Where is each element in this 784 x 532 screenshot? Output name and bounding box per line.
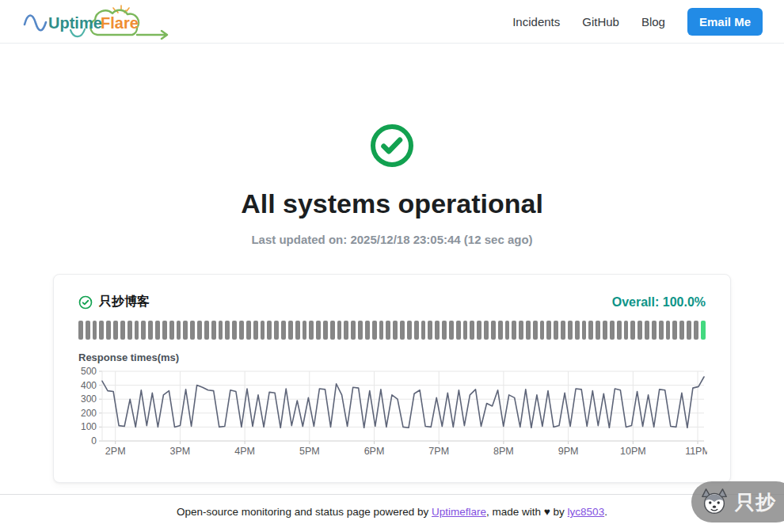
uptime-segment[interactable] bbox=[428, 321, 432, 340]
uptime-segment[interactable] bbox=[421, 321, 426, 340]
uptime-segment[interactable] bbox=[484, 321, 489, 340]
uptime-segment[interactable] bbox=[400, 321, 405, 340]
uptime-segment[interactable] bbox=[463, 321, 468, 340]
uptime-segment[interactable] bbox=[204, 321, 209, 340]
uptime-segment[interactable] bbox=[303, 321, 307, 340]
uptime-segment[interactable] bbox=[93, 321, 97, 340]
uptime-segment[interactable] bbox=[365, 321, 370, 340]
uptime-segment[interactable] bbox=[295, 321, 300, 340]
uptime-segment[interactable] bbox=[351, 321, 356, 340]
lyc8503-link[interactable]: lyc8503 bbox=[568, 506, 605, 518]
uptime-segment[interactable] bbox=[113, 321, 118, 340]
uptime-segment[interactable] bbox=[155, 321, 160, 340]
uptime-segment[interactable] bbox=[470, 321, 474, 340]
uptime-segment[interactable] bbox=[344, 321, 348, 340]
nav-github[interactable]: GitHub bbox=[582, 15, 619, 28]
uptime-segment[interactable] bbox=[449, 321, 454, 340]
nav-blog[interactable]: Blog bbox=[641, 15, 665, 28]
uptime-segment[interactable] bbox=[687, 321, 691, 340]
uptime-segment[interactable] bbox=[197, 321, 202, 340]
svg-text:11PM: 11PM bbox=[685, 446, 707, 457]
uptime-segment[interactable] bbox=[281, 321, 286, 340]
uptime-segment[interactable] bbox=[183, 321, 188, 340]
uptime-segment[interactable] bbox=[456, 321, 461, 340]
uptime-segment[interactable] bbox=[519, 321, 523, 340]
uptime-segment[interactable] bbox=[672, 321, 677, 340]
uptime-segment[interactable] bbox=[323, 321, 328, 340]
uptime-segment[interactable] bbox=[379, 321, 384, 340]
uptime-segment[interactable] bbox=[135, 321, 139, 340]
uptime-segment[interactable] bbox=[645, 321, 649, 340]
uptime-segment[interactable] bbox=[358, 321, 363, 340]
uptime-segment[interactable] bbox=[666, 321, 671, 340]
uptime-segment[interactable] bbox=[512, 321, 516, 340]
uptime-segment[interactable] bbox=[219, 321, 223, 340]
uptime-segment[interactable] bbox=[253, 321, 258, 340]
email-me-button[interactable]: Email Me bbox=[687, 8, 763, 36]
uptime-segment[interactable] bbox=[330, 321, 335, 340]
uptime-segment[interactable] bbox=[393, 321, 398, 340]
uptime-segment[interactable] bbox=[679, 321, 684, 340]
uptime-segment[interactable] bbox=[274, 321, 279, 340]
uptime-segment[interactable] bbox=[232, 321, 237, 340]
uptime-segment[interactable] bbox=[596, 321, 600, 340]
uptime-segment[interactable] bbox=[386, 321, 390, 340]
uptime-segment[interactable] bbox=[554, 321, 558, 340]
uptime-segment[interactable] bbox=[442, 321, 447, 340]
uptime-segment[interactable] bbox=[659, 321, 664, 340]
uptime-segment[interactable] bbox=[491, 321, 496, 340]
uptime-segment[interactable] bbox=[261, 321, 265, 340]
uptime-segment[interactable] bbox=[701, 321, 706, 340]
uptime-segment[interactable] bbox=[120, 321, 125, 340]
uptime-segment[interactable] bbox=[86, 321, 90, 340]
uptime-segment[interactable] bbox=[561, 321, 565, 340]
uptime-segment[interactable] bbox=[603, 321, 607, 340]
uptime-segment[interactable] bbox=[435, 321, 440, 340]
svg-text:2PM: 2PM bbox=[105, 446, 126, 457]
uptime-segment[interactable] bbox=[148, 321, 153, 340]
uptimeflare-logo[interactable]: Uptime Flare bbox=[21, 3, 177, 40]
uptime-segment[interactable] bbox=[575, 321, 580, 340]
uptime-segment[interactable] bbox=[694, 321, 698, 340]
uptime-segment[interactable] bbox=[588, 321, 593, 340]
uptime-segment[interactable] bbox=[246, 321, 251, 340]
uptime-segment[interactable] bbox=[141, 321, 146, 340]
uptime-segment[interactable] bbox=[610, 321, 615, 340]
uptime-segment[interactable] bbox=[99, 321, 104, 340]
uptime-segment[interactable] bbox=[372, 321, 377, 340]
uptime-segment[interactable] bbox=[288, 321, 293, 340]
uptime-segment[interactable] bbox=[106, 321, 111, 340]
uptime-segment[interactable] bbox=[267, 321, 272, 340]
uptime-segment[interactable] bbox=[414, 321, 419, 340]
uptime-segment[interactable] bbox=[533, 321, 538, 340]
uptime-segment[interactable] bbox=[498, 321, 503, 340]
uptime-segment[interactable] bbox=[630, 321, 635, 340]
uptime-segment[interactable] bbox=[78, 321, 83, 340]
uptime-segment[interactable] bbox=[407, 321, 412, 340]
uptime-segment[interactable] bbox=[337, 321, 342, 340]
uptime-segment[interactable] bbox=[637, 321, 642, 340]
uptime-segment[interactable] bbox=[582, 321, 587, 340]
uptime-segment[interactable] bbox=[316, 321, 321, 340]
uptime-segment[interactable] bbox=[169, 321, 174, 340]
uptimeflare-link[interactable]: Uptimeflare bbox=[432, 506, 486, 518]
uptime-segment[interactable] bbox=[162, 321, 167, 340]
uptime-segment[interactable] bbox=[568, 321, 573, 340]
uptime-segment[interactable] bbox=[617, 321, 622, 340]
uptime-segment[interactable] bbox=[309, 321, 314, 340]
uptime-segment[interactable] bbox=[190, 321, 195, 340]
uptime-segment[interactable] bbox=[546, 321, 551, 340]
uptime-segment[interactable] bbox=[177, 321, 181, 340]
uptime-segment[interactable] bbox=[211, 321, 216, 340]
nav-incidents[interactable]: Incidents bbox=[512, 15, 560, 28]
uptime-segment[interactable] bbox=[624, 321, 629, 340]
uptime-segment[interactable] bbox=[505, 321, 510, 340]
uptime-segment[interactable] bbox=[225, 321, 230, 340]
uptime-segment[interactable] bbox=[477, 321, 481, 340]
uptime-segment[interactable] bbox=[127, 321, 132, 340]
uptime-segment[interactable] bbox=[652, 321, 657, 340]
uptime-segment[interactable] bbox=[526, 321, 531, 340]
uptime-segment[interactable] bbox=[239, 321, 244, 340]
uptime-segment[interactable] bbox=[540, 321, 545, 340]
zhichao-watermark-badge[interactable]: 只抄 bbox=[691, 481, 784, 522]
